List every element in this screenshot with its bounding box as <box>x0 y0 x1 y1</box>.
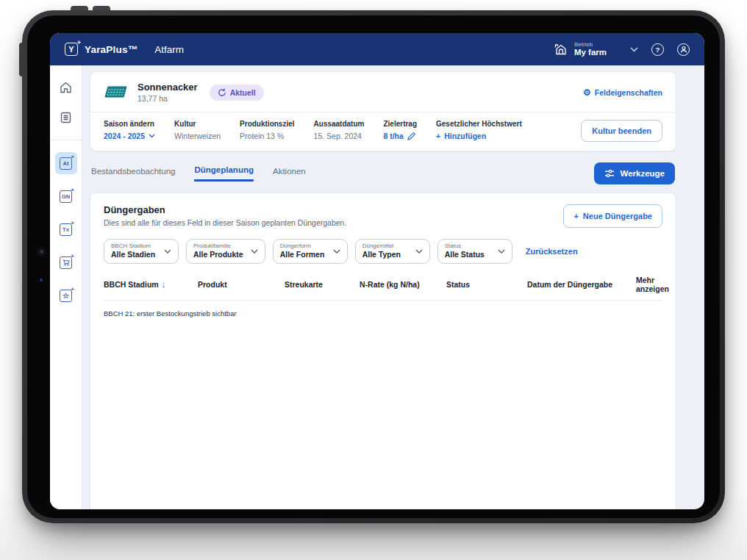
sowing-date-value: 15. Sep. 2024 <box>314 132 365 140</box>
sidebar-item-atfarm[interactable]: At + <box>55 152 77 174</box>
sowing-date-column: Aussaatdatum 15. Sep. 2024 <box>314 120 365 140</box>
sidebar-item-gn[interactable]: GN + <box>55 185 77 207</box>
plus-icon: + <box>71 187 74 193</box>
plus-icon: + <box>71 253 74 259</box>
column-header-bbch-sort[interactable]: BBCH Stadium ↓ <box>104 280 193 289</box>
gn-app-icon: GN + <box>60 190 72 203</box>
applications-subtitle: Dies sind alle für dieses Feld in dieser… <box>104 218 346 227</box>
status-badge-aktuell: Aktuell <box>210 85 264 101</box>
reset-filters-link[interactable]: Zurücksetzen <box>526 247 578 256</box>
new-application-button[interactable]: + Neue Düngergabe <box>563 204 662 228</box>
sort-down-icon: ↓ <box>162 280 166 289</box>
farm-name: My farm <box>574 48 607 57</box>
filter-bbch-stadium[interactable]: BBCH Stadium Alle Stadien <box>104 239 179 264</box>
applications-card: Düngergaben Dies sind alle für dieses Fe… <box>90 193 676 509</box>
left-sidebar: At + GN + Tx <box>50 65 82 509</box>
chevron-down-icon[interactable] <box>630 47 638 52</box>
tx-app-icon: Tx + <box>60 223 72 236</box>
help-button[interactable]: ? <box>651 43 664 56</box>
season-column: Saison ändern 2024 - 2025 <box>104 120 155 140</box>
field-name: Sonnenacker <box>137 82 198 93</box>
filter-produktfamilie[interactable]: Produktfamilie Alle Produkte <box>186 239 265 264</box>
column-header-streukarte: Streukarte <box>285 280 355 289</box>
filter-duengemittel[interactable]: Düngemittel Alle Typen <box>355 239 430 264</box>
cart-icon: + <box>60 256 72 269</box>
legal-limit-column: Gesetzlicher Höchstwert + Hinzufügen <box>436 120 522 140</box>
applications-table: BBCH Stadium ↓ Produkt Streukarte N-Rate… <box>104 276 662 509</box>
farm-barn-icon <box>554 43 568 56</box>
farm-label: Betrieb <box>574 41 607 48</box>
tablet-device: Y + YaraPlus™ Atfarm <box>22 10 725 523</box>
account-button[interactable] <box>677 43 690 56</box>
plus-icon: + <box>436 132 440 140</box>
column-header-datum: Datum der Düngergabe <box>527 280 632 289</box>
tablet-bezel: Y + YaraPlus™ Atfarm <box>27 15 720 518</box>
table-row[interactable]: BBCH 21: erster Bestockungstrieb sichtba… <box>104 300 662 509</box>
farm-selector[interactable]: Betrieb My farm <box>554 41 607 57</box>
sync-icon <box>218 88 226 97</box>
logo-plus-icon: + <box>77 39 81 46</box>
chevron-down-icon <box>149 134 155 138</box>
add-legal-limit-button[interactable]: + Hinzufügen <box>436 132 522 140</box>
filter-status[interactable]: Status Alle Status <box>437 239 512 264</box>
target-yield-edit[interactable]: 8 t/ha <box>383 132 417 140</box>
season-dropdown[interactable]: 2024 - 2025 <box>104 132 155 140</box>
tabs-bar: Bestandsbeobachtung Düngeplanung Aktione… <box>91 162 675 184</box>
app-screen: Y + YaraPlus™ Atfarm <box>50 33 704 509</box>
plus-icon: + <box>71 154 74 160</box>
brand-name: YaraPlus™ <box>85 44 137 55</box>
chevron-down-icon <box>243 249 258 254</box>
filter-bar: BBCH Stadium Alle Stadien Produktfamilie… <box>104 239 662 264</box>
home-icon <box>60 82 72 93</box>
sidebar-item-home[interactable] <box>56 77 76 98</box>
sliders-icon <box>604 169 615 178</box>
atfarm-app-icon: At + <box>60 157 72 170</box>
tab-duengeplanung[interactable]: Düngeplanung <box>194 165 254 182</box>
sidebar-item-shop[interactable]: + <box>55 251 77 273</box>
yaraplus-logo-icon: Y + <box>65 43 78 56</box>
target-yield-column: Zielertrag 8 t/ha <box>383 120 417 140</box>
tab-bestandsbeobachtung[interactable]: Bestandsbeobachtung <box>91 167 175 181</box>
end-crop-button[interactable]: Kultur beenden <box>581 120 662 142</box>
tablet-sensor-dot <box>40 279 43 281</box>
production-goal-value: Protein 13 % <box>240 132 294 140</box>
plus-icon: + <box>71 286 74 292</box>
column-header-status: Status <box>446 280 523 289</box>
chevron-down-icon <box>326 249 340 254</box>
crop-column: Kultur Winterweizen <box>174 120 221 140</box>
table-header-row: BBCH Stadium ↓ Produkt Streukarte N-Rate… <box>104 276 662 300</box>
top-navbar: Y + YaraPlus™ Atfarm <box>50 33 704 65</box>
sidebar-item-favorites[interactable]: ☆ + <box>55 284 77 306</box>
main-content: Sonnenacker 13,77 ha Aktuell <box>82 65 704 509</box>
field-shape-icon <box>104 86 129 98</box>
chevron-down-icon <box>490 249 505 254</box>
field-area: 13,77 ha <box>137 94 198 103</box>
filter-duengerform[interactable]: Düngerform Alle Formen <box>273 239 348 264</box>
field-properties-link[interactable]: ⚙ Feldeigenschaften <box>583 88 662 97</box>
page-background: Y + YaraPlus™ Atfarm <box>0 0 747 560</box>
field-header-card: Sonnenacker 13,77 ha Aktuell <box>90 71 676 151</box>
tab-aktionen[interactable]: Aktionen <box>273 167 306 181</box>
column-header-nrate: N-Rate (kg N/ha) <box>360 280 442 289</box>
applications-title: Düngergaben <box>104 204 346 215</box>
crop-value: Winterweizen <box>174 132 221 140</box>
tools-button[interactable]: Werkzeuge <box>594 162 675 184</box>
column-header-produkt: Produkt <box>198 280 280 289</box>
sidebar-divider <box>50 140 82 140</box>
plus-icon: + <box>573 212 578 220</box>
document-list-icon <box>60 112 71 123</box>
plus-icon: + <box>71 220 74 226</box>
tablet-camera <box>37 247 46 256</box>
person-icon <box>680 46 687 53</box>
chevron-down-icon <box>157 249 171 254</box>
sidebar-item-notes[interactable] <box>56 107 76 128</box>
sidebar-item-tx[interactable]: Tx + <box>55 218 77 240</box>
brand: Y + YaraPlus™ Atfarm <box>65 43 184 56</box>
production-goal-column: Produktionsziel Protein 13 % <box>240 120 294 140</box>
chevron-down-icon <box>408 249 423 254</box>
pencil-icon <box>407 132 415 140</box>
star-icon: ☆ + <box>60 290 72 302</box>
gear-icon: ⚙ <box>583 88 591 97</box>
app-name: Atfarm <box>154 44 184 55</box>
column-header-mehr: Mehr anzeigen <box>636 276 669 293</box>
